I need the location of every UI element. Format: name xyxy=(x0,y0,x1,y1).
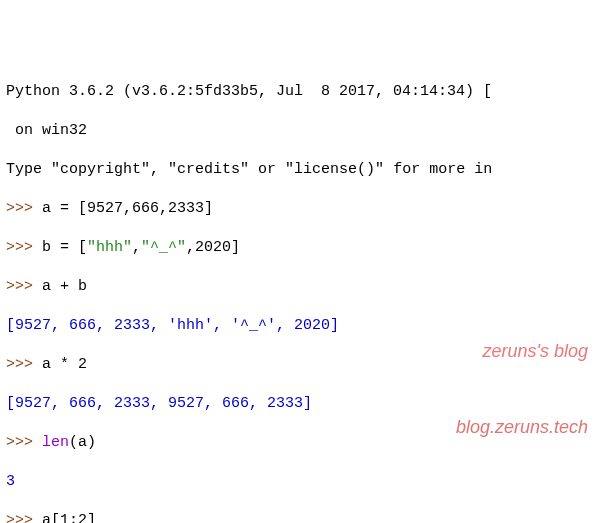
watermark-line-1: zeruns's blog xyxy=(456,339,588,364)
prompt-icon: >>> xyxy=(6,278,42,295)
watermark: zeruns's blog blog.zeruns.tech xyxy=(456,289,588,465)
header-line-3: Type "copyright", "credits" or "license(… xyxy=(6,160,606,180)
prompt-icon: >>> xyxy=(6,434,42,451)
header-line-1: Python 3.6.2 (v3.6.2:5fd33b5, Jul 8 2017… xyxy=(6,82,606,102)
repl-line: >>> a = [9527,666,2333] xyxy=(6,199,606,219)
repl-line: >>> a[1:2] xyxy=(6,511,606,523)
prompt-icon: >>> xyxy=(6,512,42,523)
repl-line: >>> b = ["hhh","^_^",2020] xyxy=(6,238,606,258)
repl-output: 3 xyxy=(6,472,606,492)
prompt-icon: >>> xyxy=(6,356,42,373)
prompt-icon: >>> xyxy=(6,239,42,256)
watermark-line-2: blog.zeruns.tech xyxy=(456,415,588,440)
header-line-2: on win32 xyxy=(6,121,606,141)
prompt-icon: >>> xyxy=(6,200,42,217)
